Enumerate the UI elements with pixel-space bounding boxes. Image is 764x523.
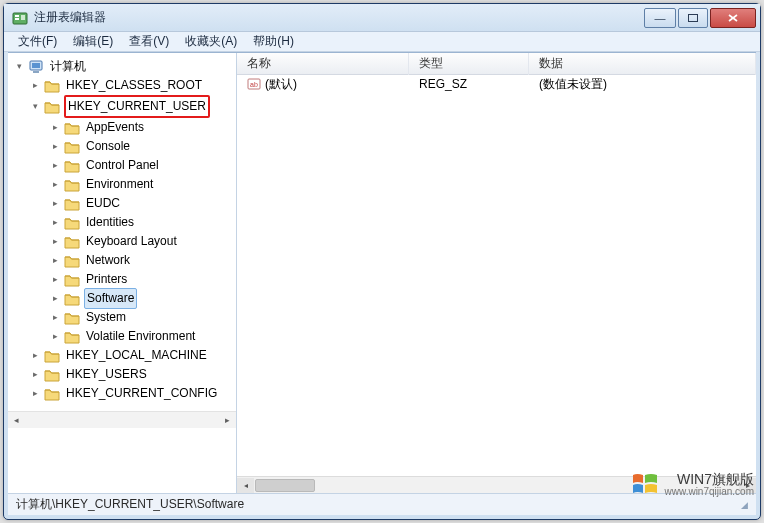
folder-icon xyxy=(64,235,80,249)
tree-hive[interactable]: ▸HKEY_CLASSES_ROOT xyxy=(12,76,236,95)
expander-icon[interactable]: ▸ xyxy=(28,79,42,93)
tree-key[interactable]: ▸Volatile Environment xyxy=(12,327,236,346)
svg-rect-9 xyxy=(33,71,39,73)
tree-root[interactable]: ▾计算机 xyxy=(12,57,236,76)
minimize-button[interactable]: — xyxy=(644,8,676,28)
folder-icon xyxy=(64,330,80,344)
folder-icon xyxy=(44,368,60,382)
folder-icon xyxy=(44,387,60,401)
tree-label: Control Panel xyxy=(84,156,161,175)
column-data[interactable]: 数据 xyxy=(529,52,756,75)
expander-icon[interactable]: ▸ xyxy=(48,216,62,230)
values-pane: 名称 类型 数据 ab(默认) REG_SZ (数值未设置) ◂ ▸ xyxy=(237,53,756,493)
tree-key[interactable]: ▸System xyxy=(12,308,236,327)
tree-label: Printers xyxy=(84,270,129,289)
folder-icon xyxy=(64,273,80,287)
tree-hive[interactable]: ▸HKEY_USERS xyxy=(12,365,236,384)
tree-label: Identities xyxy=(84,213,136,232)
expander-icon[interactable]: ▸ xyxy=(48,121,62,135)
column-type[interactable]: 类型 xyxy=(409,52,529,75)
titlebar[interactable]: 注册表编辑器 — xyxy=(4,4,760,32)
expander-icon[interactable]: ▸ xyxy=(28,368,42,382)
tree-label: HKEY_CURRENT_USER xyxy=(64,95,210,118)
tree-key[interactable]: ▸EUDC xyxy=(12,194,236,213)
tree-pane[interactable]: ▾计算机▸HKEY_CLASSES_ROOT▾HKEY_CURRENT_USER… xyxy=(8,53,237,493)
svg-rect-2 xyxy=(15,18,19,20)
tree-key[interactable]: ▸Environment xyxy=(12,175,236,194)
folder-icon xyxy=(64,197,80,211)
expander-icon[interactable]: ▸ xyxy=(48,311,62,325)
window-title: 注册表编辑器 xyxy=(34,9,106,26)
tree-label: Keyboard Layout xyxy=(84,232,179,251)
expander-icon[interactable]: ▸ xyxy=(48,273,62,287)
expander-icon[interactable]: ▸ xyxy=(48,254,62,268)
tree-hive[interactable]: ▸HKEY_CURRENT_CONFIG xyxy=(12,384,236,403)
expander-icon[interactable]: ▸ xyxy=(48,197,62,211)
tree-key[interactable]: ▸Printers xyxy=(12,270,236,289)
column-headers[interactable]: 名称 类型 数据 xyxy=(237,53,756,75)
maximize-button[interactable] xyxy=(678,8,708,28)
folder-icon xyxy=(64,216,80,230)
tree-hive[interactable]: ▸HKEY_LOCAL_MACHINE xyxy=(12,346,236,365)
folder-icon xyxy=(64,311,80,325)
menu-file[interactable]: 文件(F) xyxy=(10,32,65,51)
column-name[interactable]: 名称 xyxy=(237,52,409,75)
values-list[interactable]: ab(默认) REG_SZ (数值未设置) xyxy=(237,75,756,476)
tree-key[interactable]: ▸Keyboard Layout xyxy=(12,232,236,251)
expander-icon[interactable]: ▾ xyxy=(12,60,26,74)
tree-label: Software xyxy=(84,288,137,309)
folder-icon xyxy=(44,100,60,114)
tree-label: Network xyxy=(84,251,132,270)
windows-flag-icon xyxy=(631,471,659,497)
tree-key[interactable]: ▸Identities xyxy=(12,213,236,232)
menu-edit[interactable]: 编辑(E) xyxy=(65,32,121,51)
tree-key[interactable]: ▸Console xyxy=(12,137,236,156)
watermark: WIN7旗舰版 www.win7qijian.com xyxy=(631,471,754,497)
tree-label: EUDC xyxy=(84,194,122,213)
expander-icon[interactable]: ▸ xyxy=(28,387,42,401)
expander-icon[interactable]: ▸ xyxy=(48,235,62,249)
folder-icon xyxy=(64,159,80,173)
tree-hive[interactable]: ▾HKEY_CURRENT_USER xyxy=(12,95,236,118)
folder-icon xyxy=(44,79,60,93)
close-button[interactable] xyxy=(710,8,756,28)
expander-icon[interactable]: ▸ xyxy=(48,330,62,344)
folder-icon xyxy=(64,121,80,135)
tree-label: HKEY_CURRENT_CONFIG xyxy=(64,384,219,403)
svg-rect-1 xyxy=(15,15,19,17)
tree-label: AppEvents xyxy=(84,118,146,137)
svg-text:ab: ab xyxy=(250,81,258,88)
menu-favorites[interactable]: 收藏夹(A) xyxy=(177,32,245,51)
expander-icon[interactable]: ▸ xyxy=(48,159,62,173)
tree-key[interactable]: ▸Control Panel xyxy=(12,156,236,175)
value-name: (默认) xyxy=(265,76,297,93)
folder-icon xyxy=(44,349,60,363)
content-area: ▾计算机▸HKEY_CLASSES_ROOT▾HKEY_CURRENT_USER… xyxy=(8,52,756,493)
expander-icon[interactable]: ▸ xyxy=(48,140,62,154)
regedit-icon xyxy=(12,10,28,26)
expander-icon[interactable]: ▸ xyxy=(48,178,62,192)
tree-label: 计算机 xyxy=(48,57,88,76)
svg-rect-8 xyxy=(32,63,40,68)
value-row[interactable]: ab(默认) REG_SZ (数值未设置) xyxy=(237,75,756,93)
tree-key[interactable]: ▸AppEvents xyxy=(12,118,236,137)
expander-icon[interactable]: ▸ xyxy=(28,349,42,363)
tree-label: Console xyxy=(84,137,132,156)
expander-icon[interactable]: ▾ xyxy=(28,100,42,114)
value-data: (数值未设置) xyxy=(529,76,756,93)
tree-label: Environment xyxy=(84,175,155,194)
tree-key[interactable]: ▸Software xyxy=(12,289,236,308)
value-type: REG_SZ xyxy=(409,77,529,91)
string-value-icon: ab xyxy=(247,77,261,91)
menubar: 文件(F) 编辑(E) 查看(V) 收藏夹(A) 帮助(H) xyxy=(4,32,760,52)
tree-hscroll[interactable]: ◂ ▸ xyxy=(8,411,236,428)
menu-view[interactable]: 查看(V) xyxy=(121,32,177,51)
menu-help[interactable]: 帮助(H) xyxy=(245,32,302,51)
scroll-thumb[interactable] xyxy=(255,479,315,492)
expander-icon[interactable]: ▸ xyxy=(48,292,62,306)
folder-icon xyxy=(64,140,80,154)
tree-key[interactable]: ▸Network xyxy=(12,251,236,270)
tree-label: HKEY_USERS xyxy=(64,365,149,384)
resize-grip[interactable]: ◢ xyxy=(741,500,748,510)
window-controls: — xyxy=(644,8,760,28)
